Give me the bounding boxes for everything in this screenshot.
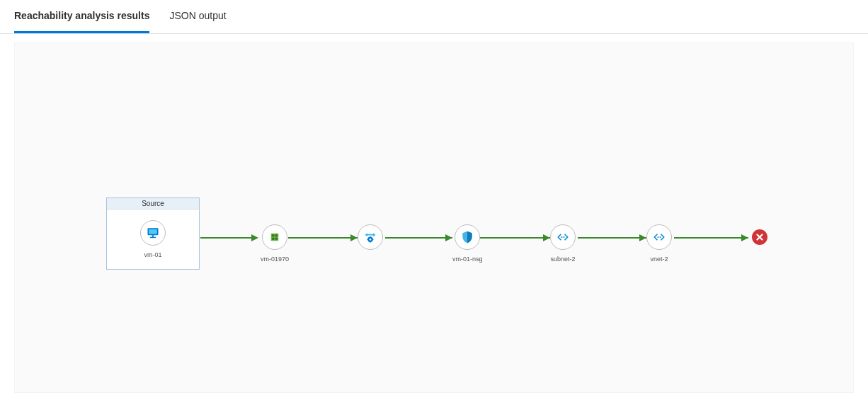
node-vnet-label: vnet-2: [650, 256, 668, 263]
svg-rect-6: [275, 234, 278, 236]
arrow-4-head: [543, 234, 550, 241]
source-node-label: vm-01: [144, 251, 161, 258]
error-icon: [755, 232, 765, 242]
arrow-3-head: [445, 234, 452, 241]
svg-point-10: [370, 239, 372, 241]
vm-icon: [146, 226, 160, 240]
svg-rect-12: [370, 241, 370, 243]
nic-icon: [268, 231, 281, 243]
arrow-5-head: [639, 234, 646, 241]
node-subnet[interactable]: subnet-2: [550, 224, 576, 263]
svg-rect-11: [370, 236, 370, 238]
ipconfig-icon: [363, 230, 377, 244]
svg-rect-5: [272, 234, 274, 236]
node-subnet-label: subnet-2: [550, 256, 575, 263]
source-header-label: Source: [107, 198, 199, 210]
svg-point-18: [660, 236, 661, 238]
tab-reachability-results[interactable]: Reachability analysis results: [14, 0, 149, 33]
svg-rect-8: [275, 238, 278, 240]
arrow-4-line: [480, 237, 550, 239]
arrow-5-line: [578, 237, 646, 239]
arrow-2-line: [288, 237, 358, 239]
svg-point-17: [658, 236, 659, 238]
svg-rect-7: [272, 238, 274, 240]
svg-rect-13: [367, 239, 369, 240]
arrow-1-head: [251, 234, 258, 241]
subnet-icon: [556, 231, 569, 243]
svg-rect-3: [150, 236, 156, 237]
arrow-6-line: [674, 237, 748, 239]
arrow-6-head: [741, 234, 748, 241]
node-nic-label: vm-01970: [261, 256, 289, 263]
svg-rect-1: [149, 229, 157, 234]
svg-rect-14: [372, 239, 374, 240]
end-error-node[interactable]: [752, 229, 767, 245]
arrow-2-head: [350, 234, 358, 241]
source-node-icon[interactable]: [140, 220, 166, 246]
vnet-icon: [653, 231, 666, 243]
svg-rect-2: [152, 235, 154, 237]
node-nsg[interactable]: vm-01-nsg: [452, 224, 483, 263]
arrow-3-line: [385, 237, 452, 239]
node-nic[interactable]: vm-01970: [261, 224, 289, 263]
source-container: Source vm-01: [106, 197, 200, 270]
shield-icon: [460, 230, 474, 244]
svg-point-15: [561, 236, 563, 238]
tab-bar: Reachability analysis results JSON outpu…: [0, 0, 868, 34]
svg-point-16: [564, 236, 565, 238]
tab-json-output[interactable]: JSON output: [169, 0, 226, 33]
node-ipconfig[interactable]: [358, 224, 383, 256]
node-vnet[interactable]: vnet-2: [646, 224, 672, 263]
node-nsg-label: vm-01-nsg: [452, 256, 483, 263]
topology-canvas[interactable]: Source vm-01: [14, 42, 854, 393]
arrow-1-line: [200, 237, 251, 239]
